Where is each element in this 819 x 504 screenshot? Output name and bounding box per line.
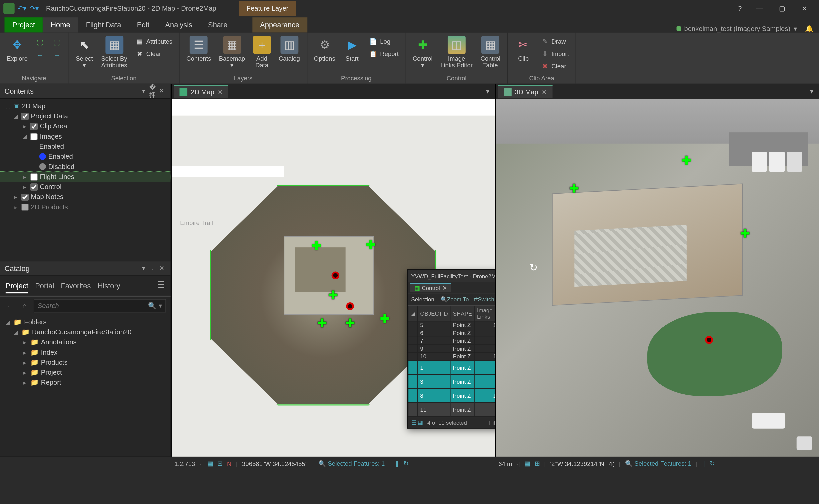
- selected-features[interactable]: 🔍 Selected Features: 1: [318, 460, 385, 467]
- view-3d-dropdown-icon[interactable]: ▾: [807, 88, 817, 96]
- catalog-pin-icon[interactable]: ⫠: [148, 265, 157, 272]
- clear-clip-button[interactable]: ✖Clear: [538, 61, 571, 72]
- tab-appearance[interactable]: Appearance: [252, 17, 307, 32]
- selected-features-3d[interactable]: 🔍 Selected Features: 1: [625, 460, 692, 467]
- tree-map[interactable]: ▢▣2D Map: [0, 101, 171, 111]
- distance-value[interactable]: 64 m: [498, 460, 512, 467]
- tree-enabled[interactable]: Enabled: [0, 151, 171, 161]
- attr-switch-button[interactable]: ⇄Switch: [473, 296, 494, 303]
- cat-folders[interactable]: ◢📁Folders: [0, 317, 171, 327]
- tab-edit[interactable]: Edit: [129, 17, 157, 32]
- status-icon[interactable]: N: [227, 460, 231, 467]
- catalog-options-icon[interactable]: ▾: [139, 265, 148, 272]
- add-data-button[interactable]: ＋Add Data: [251, 35, 273, 70]
- cat-project-folder[interactable]: ◢📁RanchoCucamongaFireStation20: [0, 327, 171, 337]
- catalog-close-icon[interactable]: ✕: [157, 265, 166, 272]
- gcp-marker-3d[interactable]: ✚: [740, 228, 750, 238]
- gcp-marker[interactable]: ✚: [380, 314, 390, 324]
- view-2d-dropdown-icon[interactable]: ▾: [483, 88, 493, 96]
- options-button[interactable]: ⚙Options: [312, 35, 337, 63]
- gcp-marker[interactable]: ✚: [311, 241, 321, 251]
- start-button[interactable]: ▶Start: [341, 35, 363, 63]
- notification-bell-icon[interactable]: 🔔: [805, 25, 813, 33]
- catalog-tab-history[interactable]: History: [98, 279, 120, 292]
- contents-close-icon[interactable]: ✕: [157, 88, 166, 95]
- status-icon[interactable]: ▦: [207, 460, 213, 467]
- report-button[interactable]: 📋Report: [367, 48, 401, 60]
- attributes-button[interactable]: ▦Attributes: [133, 36, 174, 47]
- refresh-icon[interactable]: ↻: [403, 460, 408, 467]
- tree-2d-products[interactable]: ▸2D Products: [0, 202, 171, 212]
- clear-selection-button[interactable]: ✖Clear: [133, 48, 174, 60]
- view-3d-tab[interactable]: 3D Map ✕: [498, 85, 552, 98]
- view-3d-close-icon[interactable]: ✕: [542, 88, 547, 96]
- minimize-button[interactable]: —: [748, 0, 771, 17]
- tree-images[interactable]: ◢Images: [0, 131, 171, 141]
- select-by-attributes-button[interactable]: ▦ Select By Attributes: [99, 35, 130, 70]
- contents-button[interactable]: ☰Contents: [184, 35, 213, 63]
- image-links-button[interactable]: ◫Image Links Editor: [438, 35, 475, 70]
- cat-products[interactable]: ▸📁Products: [0, 357, 171, 367]
- gcp-marker-3d[interactable]: ✚: [569, 183, 579, 193]
- attr-tab-close-icon[interactable]: ✕: [442, 285, 447, 291]
- tab-share[interactable]: Share: [200, 17, 236, 32]
- checkpoint-marker[interactable]: [332, 272, 340, 280]
- tree-control[interactable]: ▸Control: [0, 182, 171, 192]
- pause-icon[interactable]: ‖: [702, 460, 705, 467]
- next-extent-button[interactable]: →: [50, 49, 63, 61]
- explore-button[interactable]: ✥ Explore: [4, 35, 30, 63]
- cat-project[interactable]: ▸📁Project: [0, 367, 171, 377]
- undo-button[interactable]: ↶▾: [17, 3, 27, 13]
- bookmark-button[interactable]: ⛶: [50, 37, 63, 48]
- checkpoint-marker[interactable]: [346, 302, 354, 310]
- tab-analysis[interactable]: Analysis: [157, 17, 200, 32]
- control-table-button[interactable]: ▦Control Table: [478, 35, 503, 70]
- status-icon[interactable]: ⊞: [217, 460, 222, 467]
- close-button[interactable]: ✕: [793, 0, 816, 17]
- status-icon[interactable]: ▦: [524, 460, 530, 467]
- compass-icon[interactable]: ↻: [529, 261, 538, 274]
- maximize-button[interactable]: ▢: [771, 0, 793, 17]
- gcp-marker[interactable]: ✚: [366, 240, 376, 250]
- attr-view-toggle[interactable]: ☰ ▦: [411, 420, 423, 426]
- catalog-back-button[interactable]: ←: [4, 300, 16, 311]
- gcp-marker[interactable]: ✚: [345, 318, 355, 328]
- tree-clip-area[interactable]: ▸Clip Area: [0, 121, 171, 131]
- catalog-menu-icon[interactable]: ☰: [157, 279, 165, 292]
- navigator-icon[interactable]: [797, 436, 812, 450]
- gcp-marker[interactable]: ✚: [328, 290, 338, 300]
- basemap-button[interactable]: ▦Basemap▾: [217, 35, 247, 70]
- contents-options-icon[interactable]: ▾: [139, 88, 148, 95]
- view-2d-tab[interactable]: 2D Map ✕: [174, 85, 228, 98]
- help-button[interactable]: ?: [731, 4, 748, 12]
- log-button[interactable]: 📄Log: [367, 36, 401, 47]
- contents-pin-icon[interactable]: �押: [148, 83, 157, 99]
- catalog-tab-portal[interactable]: Portal: [35, 279, 54, 292]
- catalog-tab-favorites[interactable]: Favorites: [61, 279, 91, 292]
- view-2d-close-icon[interactable]: ✕: [218, 88, 223, 96]
- control-button[interactable]: ✚Control▾: [410, 35, 435, 70]
- pause-icon[interactable]: ‖: [395, 460, 399, 467]
- cat-index[interactable]: ▸📁Index: [0, 347, 171, 357]
- tab-home[interactable]: Home: [43, 17, 78, 32]
- tab-flight-data[interactable]: Flight Data: [78, 17, 129, 32]
- search-dropdown-icon[interactable]: ▾: [159, 302, 162, 310]
- clip-button[interactable]: ✂Clip: [512, 35, 535, 63]
- catalog-tab-project[interactable]: Project: [6, 279, 28, 293]
- select-button[interactable]: ⬉ Select▾: [73, 35, 95, 70]
- map-3d-canvas[interactable]: ✚ ✚ ✚ ↻: [496, 99, 819, 457]
- catalog-home-button[interactable]: ⌂: [19, 300, 30, 311]
- import-button[interactable]: ⇩Import: [538, 48, 571, 60]
- attr-tab-control[interactable]: ▦Control✕: [410, 283, 451, 292]
- draw-button[interactable]: ✎Draw: [538, 36, 571, 47]
- catalog-search-input[interactable]: [38, 302, 148, 310]
- catalog-button[interactable]: ▥Catalog: [276, 35, 302, 63]
- checkpoint-marker-3d[interactable]: [705, 336, 713, 344]
- tab-project[interactable]: Project: [4, 17, 43, 32]
- tree-flight-lines[interactable]: ▸Flight Lines: [0, 172, 171, 182]
- status-icon[interactable]: ⊞: [535, 460, 540, 467]
- full-extent-button[interactable]: ⛶: [33, 37, 47, 48]
- attr-zoom-to-button[interactable]: 🔍Zoom To: [440, 296, 469, 303]
- prev-extent-button[interactable]: ←: [33, 49, 47, 61]
- refresh-icon[interactable]: ↻: [710, 460, 715, 467]
